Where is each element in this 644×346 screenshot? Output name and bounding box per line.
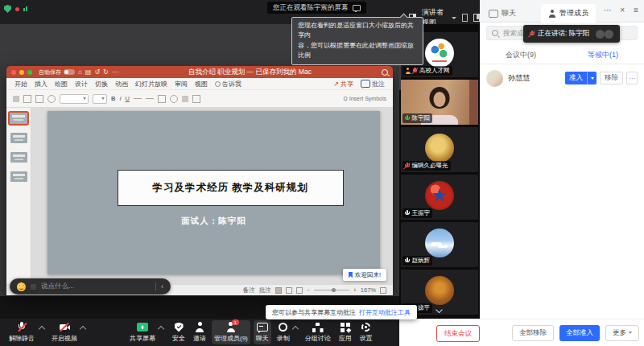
toggle-sidebar-icon[interactable] <box>473 14 480 22</box>
welcome-back-badge[interactable]: 欢迎回来! <box>343 269 386 281</box>
start-video-button[interactable]: 开启视频 <box>49 320 80 344</box>
invite-button[interactable]: 邀请 <box>191 320 208 344</box>
share-options-chevron[interactable] <box>158 326 164 332</box>
minimize-traffic-light[interactable] <box>19 70 24 75</box>
cut-icon[interactable] <box>23 95 31 103</box>
manage-members-button[interactable]: 1 管理成员(9) <box>212 320 250 344</box>
slide-thumbnail-4[interactable] <box>10 171 27 182</box>
paste-icon[interactable] <box>13 96 19 102</box>
tab-manage-members[interactable]: 管理成员 <box>541 4 596 23</box>
omega-icon: Ω <box>343 96 347 101</box>
share-screen-button[interactable]: 共享屏幕 <box>127 320 158 344</box>
open-annotation-tools-link[interactable]: 打开互动批注工具 <box>359 308 411 317</box>
reaction-extra-icon[interactable] <box>31 284 36 290</box>
tab-in-meeting[interactable]: 会议中(9) <box>480 50 562 60</box>
shape-fill-icon[interactable] <box>170 95 178 103</box>
autosave-toggle[interactable]: 自动保存 <box>39 68 75 76</box>
ppt-search-icon[interactable] <box>382 69 388 76</box>
tab-home[interactable]: 开始 <box>14 80 27 89</box>
slide-thumbnail-1[interactable] <box>10 113 27 124</box>
video-options-chevron[interactable] <box>80 326 86 332</box>
end-meeting-button[interactable]: 结束会议 <box>436 325 480 342</box>
breakout-rooms-button[interactable]: 分组讨论 <box>303 320 333 344</box>
more-commands-icon[interactable]: ⋯ <box>112 68 118 76</box>
arrange-icon[interactable] <box>182 96 188 102</box>
panel-more-icon[interactable]: ⋯ <box>604 6 612 14</box>
slideshow-view-icon[interactable] <box>296 287 303 294</box>
bold-icon[interactable]: B <box>111 95 115 102</box>
tab-review[interactable]: 审阅 <box>175 80 188 89</box>
tab-chat[interactable]: 聊天 <box>481 4 523 23</box>
copy-icon[interactable] <box>35 95 43 103</box>
fullscreen-icon[interactable] <box>462 14 468 22</box>
tab-slideshow[interactable]: 幻灯片放映 <box>135 80 167 89</box>
chat-button[interactable]: 聊天 <box>254 320 271 344</box>
emoji-smiley-icon[interactable] <box>17 282 26 291</box>
shapes-icon[interactable] <box>158 95 166 103</box>
more-button[interactable]: 更多 <box>605 325 639 341</box>
unmute-button[interactable]: 解除静音 <box>6 320 37 344</box>
normal-view-icon[interactable] <box>275 287 282 294</box>
tab-design[interactable]: 设计 <box>75 80 88 89</box>
tab-insert[interactable]: 插入 <box>35 80 47 89</box>
collapse-left-icon[interactable]: ‹ <box>161 283 163 290</box>
slide-thumbnail-3[interactable] <box>10 152 27 163</box>
zoom-percent[interactable]: 167% <box>361 286 376 294</box>
font-size-select[interactable] <box>93 94 107 104</box>
panel-close-icon[interactable]: × <box>620 6 625 14</box>
fit-slide-icon[interactable] <box>380 287 386 294</box>
tab-transitions[interactable]: 切换 <box>95 80 108 89</box>
record-options-chevron[interactable] <box>292 326 299 332</box>
mic-options-chevron[interactable] <box>39 326 45 332</box>
autosave-switch-icon[interactable] <box>64 69 75 75</box>
save-icon[interactable]: ▤ <box>85 68 92 76</box>
zoom-traffic-light[interactable] <box>27 70 32 75</box>
record-button[interactable]: 录制 <box>275 320 292 344</box>
video-tile[interactable]: 赵炳辉 <box>401 222 478 267</box>
home-icon[interactable]: ⌂ <box>78 68 82 76</box>
video-tile[interactable]: 编辑久必曝光 <box>401 127 478 172</box>
waiting-member-row[interactable]: 孙慧慧 准入 移除 ⋯ <box>480 66 644 90</box>
panel-menu-icon[interactable]: ≡ <box>634 6 638 14</box>
ppt-share-button[interactable]: ↗共享 <box>333 80 353 89</box>
admit-all-button[interactable]: 全部准入 <box>559 325 600 341</box>
zoom-slider[interactable] <box>314 290 349 290</box>
remove-all-button[interactable]: 全部移除 <box>512 325 554 341</box>
collapse-strip-chevron[interactable] <box>437 307 443 313</box>
tab-animations[interactable]: 动画 <box>115 80 128 89</box>
reaction-bar[interactable]: 说点什么... ‹ <box>10 278 171 295</box>
undo-icon[interactable]: ↺ <box>94 68 100 76</box>
align-center-icon[interactable] <box>146 98 154 99</box>
redo-icon[interactable]: ↻ <box>103 68 109 76</box>
admit-dropdown-icon[interactable] <box>587 72 597 84</box>
italic-icon[interactable]: I <box>119 95 121 102</box>
remove-button[interactable]: 移除 <box>600 72 623 84</box>
quick-styles-icon[interactable] <box>192 95 200 103</box>
close-traffic-light[interactable] <box>11 70 16 75</box>
ppt-comments-button[interactable]: 批注 <box>361 80 385 89</box>
chevron-down-icon[interactable] <box>452 17 456 19</box>
slide-thumbnail-2[interactable] <box>10 133 27 143</box>
format-painter-icon[interactable] <box>47 95 56 103</box>
member-more-button[interactable]: ⋯ <box>626 72 638 84</box>
comments-button[interactable]: 批注 <box>259 286 271 295</box>
settings-button[interactable]: 设置 <box>357 320 375 344</box>
tab-draw[interactable]: 绘图 <box>55 80 68 89</box>
security-button[interactable]: 安全 <box>170 320 188 344</box>
insert-symbols-group[interactable]: ΩInsert Symbols <box>343 96 386 101</box>
align-left-icon[interactable] <box>134 98 142 99</box>
say-something-placeholder[interactable]: 说点什么... <box>41 282 74 291</box>
video-tile-speaking[interactable]: 陈宇阳 <box>401 80 478 125</box>
zoom-in-icon[interactable]: + <box>353 287 357 293</box>
slide-sorter-icon[interactable] <box>286 287 292 294</box>
apps-button[interactable]: 应用 <box>336 320 354 344</box>
font-select[interactable] <box>60 94 89 104</box>
tell-me[interactable]: 告诉我 <box>215 80 242 89</box>
zoom-out-icon[interactable]: − <box>307 287 310 293</box>
tab-view[interactable]: 视图 <box>195 80 208 89</box>
tab-waiting[interactable]: 等候中(1) <box>562 50 644 60</box>
underline-icon[interactable]: U <box>126 95 130 102</box>
notes-button[interactable]: 备注 <box>243 286 255 295</box>
video-tile[interactable]: 王振宇 <box>401 175 478 220</box>
admit-button[interactable]: 准入 <box>565 72 597 84</box>
